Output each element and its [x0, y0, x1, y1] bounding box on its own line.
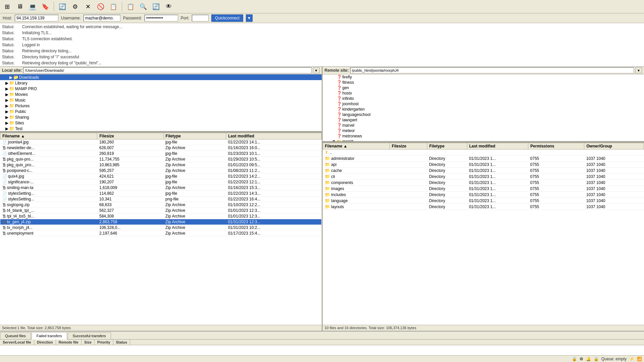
- remote-tree-item[interactable]: ❓ hostx: [323, 90, 644, 96]
- local-file-tree[interactable]: ▶📁Downloads▶📁Library▶📁MAMP PRO▶📁Movies▶📁…: [0, 74, 322, 131]
- local-tree-item[interactable]: ▶📁Downloads: [0, 74, 322, 80]
- rcol-permissions[interactable]: Permissions: [528, 143, 584, 149]
- local-file-row[interactable]: 🗜 postponed-c... 595,257 Zip Archive 01/…: [0, 168, 322, 174]
- remote-file-list[interactable]: Filename ▲ Filesize Filetype Last modifi…: [323, 143, 644, 325]
- question-icon: ❓: [337, 128, 342, 133]
- remote-file-row[interactable]: ⬆ ..: [323, 149, 644, 156]
- col-filename[interactable]: Filename ▲: [0, 133, 97, 139]
- local-tree-item[interactable]: ▶📁MAMP PRO: [0, 86, 322, 92]
- site-manager-icon[interactable]: ⊞: [2, 2, 12, 12]
- local-file-row[interactable]: 📄 joomla4.jpg 180,260 jpg-file 01/22/202…: [0, 139, 322, 145]
- local-file-row[interactable]: 📄 stylesSetting... 10,341 png-file 01/22…: [0, 196, 322, 202]
- compare-icon[interactable]: 👁: [164, 2, 174, 12]
- tree-expand-arrow: ▶: [5, 109, 8, 114]
- local-path-input[interactable]: [23, 67, 311, 73]
- rcol-owner[interactable]: Owner/Group: [584, 143, 644, 149]
- remote-file-row[interactable]: 📁 layouts Directory 01/31/2023 1... 0755…: [323, 204, 644, 210]
- local-tree-item[interactable]: ▶📁Pictures: [0, 103, 322, 109]
- local-tree-item[interactable]: ▶📁Music: [0, 97, 322, 103]
- remote-tree-item[interactable]: ❓ joomhost: [323, 101, 644, 107]
- disconnect-icon[interactable]: 💻: [28, 2, 38, 12]
- file-modified: 01/22/2023 14:1...: [226, 139, 321, 145]
- rfile-type: Directory: [427, 162, 467, 168]
- local-file-row[interactable]: 📄 otherElement... 260,819 jpg-file 01/23…: [0, 151, 322, 157]
- refresh-icon[interactable]: 🔄: [57, 2, 67, 12]
- question-icon: ❓: [337, 85, 342, 90]
- cancel-icon[interactable]: ✕: [83, 2, 93, 12]
- local-file-row[interactable]: 📄 stylesSetting... 114,862 jpg-file 01/2…: [0, 191, 322, 196]
- local-file-row[interactable]: 🗜 t4_blank_tpl_... 562,327 Zip Archive 0…: [0, 208, 322, 214]
- local-file-row[interactable]: 🗜 unemployment 2,197,646 Zip Archive 01/…: [0, 231, 322, 236]
- sync-browse-icon[interactable]: 🔄: [151, 2, 161, 12]
- filter-icon[interactable]: 🔍: [138, 2, 148, 12]
- quickconnect-arrow[interactable]: ▼: [246, 14, 253, 22]
- remote-tree-item[interactable]: ❓ lawxpert: [323, 117, 644, 123]
- cancel-queue-icon[interactable]: 🚫: [96, 2, 106, 12]
- remote-file-row[interactable]: 📁 images Directory 01/31/2023 1... 0755 …: [323, 186, 644, 192]
- rcol-filesize[interactable]: Filesize: [390, 143, 427, 149]
- col-filetype[interactable]: Filetype: [163, 133, 226, 139]
- transfer-tab[interactable]: Failed transfers: [32, 332, 67, 340]
- remote-tree-item[interactable]: ❓ meteor: [323, 128, 644, 133]
- transfer-tab[interactable]: Queued files: [0, 332, 31, 339]
- col-modified[interactable]: Last modified: [226, 133, 321, 139]
- remote-tree-item[interactable]: ❓ firefly: [323, 74, 644, 80]
- remote-tree-item[interactable]: ❓ languageschool: [323, 112, 644, 117]
- local-tree-item[interactable]: ▶📁Sharing: [0, 114, 322, 120]
- quickconnect-button[interactable]: Quickconnect: [211, 14, 243, 22]
- local-tree-item[interactable]: ▶📁Library: [0, 80, 322, 86]
- port-input[interactable]: [192, 15, 209, 21]
- remote-tree-item[interactable]: ❓ kindergarten: [323, 107, 644, 112]
- host-input[interactable]: [15, 15, 58, 21]
- local-file-row[interactable]: 🗜 tpl_t4_bs5_bl... 584,308 Zip Archive 0…: [0, 214, 322, 219]
- connect-icon[interactable]: 🖥: [15, 2, 25, 12]
- password-input[interactable]: [145, 15, 178, 21]
- tree-expand-arrow: ▶: [5, 104, 8, 108]
- bookmarks-icon[interactable]: 🔖: [40, 2, 50, 12]
- local-file-row[interactable]: 🗜 pkg_quix-pro... 11,734,755 Zip Archive…: [0, 157, 322, 162]
- local-file-row[interactable]: 📄 quix4.jpg 424,621 jpg-file 01/22/2023 …: [0, 174, 322, 179]
- remote-file-tree[interactable]: ❓ firefly❓ fitness❓ gen❓ hostx❓ infinito…: [323, 74, 644, 141]
- remote-tree-item[interactable]: ❓ metronews: [323, 133, 644, 139]
- local-file-row[interactable]: 📄 significance-... 190,207 jpg-file 01/2…: [0, 179, 322, 185]
- remote-tree-item[interactable]: ❓ fitness: [323, 80, 644, 85]
- remote-status-bar: 10 files and 16 directories. Total size:…: [323, 325, 644, 331]
- local-tree-item[interactable]: ▶📁Public: [0, 109, 322, 114]
- username-input[interactable]: [84, 15, 120, 21]
- local-tree-item[interactable]: ▶📁Test: [0, 126, 322, 131]
- remote-file-row[interactable]: 📁 components Directory 01/31/2023 1... 0…: [323, 180, 644, 186]
- remote-file-row[interactable]: 📁 cli Directory 01/31/2023 1... 0755 103…: [323, 174, 644, 180]
- local-file-row[interactable]: 🗜 tx_gen_j4.zip 2,863,758 Zip Archive 01…: [0, 219, 322, 225]
- rfile-name: ⬆ ..: [323, 149, 390, 156]
- transfer-tab[interactable]: Successful transfers: [68, 332, 111, 339]
- remote-file-row[interactable]: 📁 api Directory 01/31/2023 1... 0755 103…: [323, 162, 644, 168]
- remote-tree-item[interactable]: ▼📁 morph: [323, 139, 644, 141]
- remote-path-input[interactable]: [350, 67, 634, 73]
- local-file-row[interactable]: 🗜 pkg_quix_pro... 10,863,985 Zip Archive…: [0, 162, 322, 168]
- rcol-filetype[interactable]: Filetype: [427, 143, 467, 149]
- local-file-row[interactable]: 🗜 newsletter-de... 626,007 Zip Archive 0…: [0, 145, 322, 151]
- local-tree-item[interactable]: ▶📁Sites: [0, 120, 322, 126]
- local-file-row[interactable]: 🗜 tx_morph_j4... 106,328,0... Zip Archiv…: [0, 225, 322, 231]
- local-tree-item[interactable]: ▶📁Movies: [0, 92, 322, 97]
- remote-file-row[interactable]: 📁 language Directory 01/31/2023 1... 075…: [323, 198, 644, 204]
- settings-icon[interactable]: ⚙: [70, 2, 80, 12]
- col-filesize[interactable]: Filesize: [97, 133, 163, 139]
- rcol-modified[interactable]: Last modified: [467, 143, 528, 149]
- remote-tree-item[interactable]: ❓ marvel: [323, 123, 644, 128]
- local-file-list[interactable]: Filename ▲ Filesize Filetype Last modifi…: [0, 133, 322, 325]
- rfile-modified: 01/31/2023 1...: [467, 162, 528, 168]
- local-file-row[interactable]: 🗜 smiling-man-ta 1,618,009 Zip Archive 0…: [0, 185, 322, 191]
- remote-file-row[interactable]: 📁 administrator Directory 01/31/2023 1..…: [323, 156, 644, 162]
- remote-path-arrow[interactable]: ▼: [635, 67, 642, 73]
- remote-file-row[interactable]: 📁 includes Directory 01/31/2023 1... 075…: [323, 192, 644, 198]
- tree-item-label: Sites: [15, 121, 24, 125]
- local-file-row[interactable]: 🗜 svgtopng.zip 68,633 Zip Archive 01/10/…: [0, 202, 322, 208]
- rcol-filename[interactable]: Filename ▲: [323, 143, 390, 149]
- queue-manager-icon[interactable]: 📋: [125, 2, 136, 12]
- remote-tree-item[interactable]: ❓ infinito: [323, 96, 644, 101]
- log-icon[interactable]: 📋: [108, 2, 118, 12]
- local-path-arrow[interactable]: ▼: [313, 67, 320, 73]
- remote-file-row[interactable]: 📁 cache Directory 01/31/2023 1... 0755 1…: [323, 168, 644, 174]
- remote-tree-item[interactable]: ❓ gen: [323, 85, 644, 90]
